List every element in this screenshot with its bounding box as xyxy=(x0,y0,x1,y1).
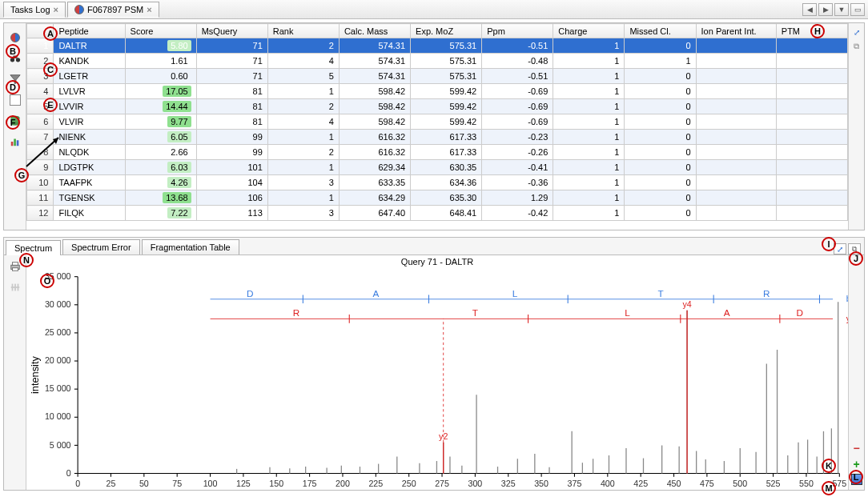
cell-ion-parent xyxy=(696,54,776,69)
annotation-N: N xyxy=(19,253,34,267)
cell-calc-mass: 598.42 xyxy=(339,84,410,99)
cell-ptm xyxy=(776,130,847,145)
svg-text:175: 175 xyxy=(303,479,317,488)
svg-text:150: 150 xyxy=(269,479,283,488)
tab-next-button[interactable]: ▶ xyxy=(818,3,833,16)
cell-ppm: -0.42 xyxy=(482,206,553,221)
spectrum-svg: 05 00010 00015 00020 00025 00030 00035 0… xyxy=(26,268,848,497)
cell-charge: 1 xyxy=(553,84,625,99)
close-icon[interactable]: × xyxy=(54,5,58,14)
cell-msquery: 81 xyxy=(196,84,267,99)
settings-icon[interactable] xyxy=(9,281,22,294)
svg-rect-11 xyxy=(12,263,18,266)
spectrum-chart[interactable]: Query 71 - DALTR 05 00010 00015 00020 00… xyxy=(26,255,848,490)
table-row[interactable]: 11TGENSK13.681061634.29635.301.2910 xyxy=(27,190,848,206)
svg-text:R: R xyxy=(763,288,770,299)
cell-ion-parent xyxy=(696,69,776,84)
close-icon[interactable]: × xyxy=(147,5,151,14)
cell-ion-parent xyxy=(696,38,776,54)
psm-table[interactable]: Peptide Score MsQuery Rank Calc. Mass Ex… xyxy=(26,23,848,221)
snap-out-icon[interactable]: ⧉ xyxy=(854,42,859,51)
tab-tasks-log[interactable]: Tasks Log × xyxy=(3,2,66,18)
table-row[interactable]: 7NIENK6.05991616.32617.33-0.2310 xyxy=(27,130,848,145)
svg-rect-16 xyxy=(17,284,18,291)
col-ppm[interactable]: Ppm xyxy=(482,24,553,38)
tab-spectrum[interactable]: Spectrum xyxy=(6,240,61,255)
tab-minimize-button[interactable]: ▭ xyxy=(850,3,865,16)
svg-text:100: 100 xyxy=(203,479,218,488)
cell-score: 4.26 xyxy=(125,175,196,190)
cell-rank: 1 xyxy=(267,190,339,206)
cell-ion-parent xyxy=(696,145,776,160)
cell-score: 1.61 xyxy=(125,54,196,69)
chart-title: Query 71 - DALTR xyxy=(26,255,848,267)
table-row[interactable]: 2KANDK1.61714574.31575.31-0.4811 xyxy=(27,54,848,69)
col-ion-parent-int[interactable]: Ion Parent Int. xyxy=(696,24,776,38)
bar-chart-icon[interactable] xyxy=(9,135,22,148)
cell-missed: 0 xyxy=(625,206,696,221)
cell-ptm xyxy=(776,114,847,130)
annotation-B: B xyxy=(6,44,20,58)
col-peptide[interactable]: Peptide xyxy=(54,24,125,38)
svg-rect-14 xyxy=(11,284,13,291)
table-row[interactable]: 1DALTR5.80712574.31575.31-0.5110 xyxy=(27,38,848,54)
cell-ion-parent xyxy=(696,130,776,145)
table-row[interactable]: 4LVLVR17.05811598.42599.42-0.6910 xyxy=(27,84,848,99)
svg-text:T: T xyxy=(657,288,663,299)
svg-text:A: A xyxy=(372,288,379,299)
table-row[interactable]: 10TAAFPK4.261043633.35634.36-0.3610 xyxy=(27,175,848,190)
col-charge[interactable]: Charge xyxy=(553,24,625,38)
tab-psm[interactable]: F067897 PSM × xyxy=(67,2,159,18)
cell-msquery: 99 xyxy=(196,130,267,145)
cell-score: 13.68 xyxy=(125,190,196,206)
psm-table-panel: Peptide Score MsQuery Rank Calc. Mass Ex… xyxy=(3,22,865,230)
tab-fragmentation-table[interactable]: Fragmentation Table xyxy=(142,239,239,255)
expand-icon[interactable]: ⤢ xyxy=(854,28,860,37)
table-row[interactable]: 3LGETR0.60715574.31575.31-0.5110 xyxy=(27,69,848,84)
circle-half-icon[interactable] xyxy=(9,31,22,44)
table-row[interactable]: 6VLVIR9.77814598.42599.42-0.6910 xyxy=(27,114,848,130)
annotation-H: H xyxy=(810,24,825,38)
cell-msquery: 99 xyxy=(196,145,267,160)
cell-exp-moz: 648.41 xyxy=(411,206,482,221)
cell-ptm xyxy=(776,190,847,206)
svg-text:25 000: 25 000 xyxy=(45,327,71,337)
cell-msquery: 71 xyxy=(196,54,267,69)
col-missed-cl[interactable]: Missed Cl. xyxy=(625,24,696,38)
col-msquery[interactable]: MsQuery xyxy=(196,24,267,38)
table-row[interactable]: 12FILQK7.221133647.40648.41-0.4210 xyxy=(27,206,848,221)
zoom-out-icon[interactable]: − xyxy=(853,442,859,455)
svg-marker-157 xyxy=(53,138,58,144)
cell-exp-moz: 617.33 xyxy=(411,130,482,145)
zoom-in-icon[interactable]: + xyxy=(853,458,859,471)
table-row[interactable]: 9LDGTPK6.031011629.34630.35-0.4110 xyxy=(27,160,848,175)
svg-text:25: 25 xyxy=(106,479,116,488)
cell-rank: 1 xyxy=(267,160,339,175)
tab-dropdown-button[interactable]: ▼ xyxy=(834,3,849,16)
cell-ion-parent xyxy=(696,84,776,99)
cell-calc-mass: 598.42 xyxy=(339,99,410,114)
document-icon[interactable] xyxy=(9,94,22,106)
col-score[interactable]: Score xyxy=(125,24,196,38)
table-row[interactable]: 8NLQDK2.66992616.32617.33-0.2610 xyxy=(27,145,848,160)
cell-msquery: 71 xyxy=(196,69,267,84)
col-calc-mass[interactable]: Calc. Mass xyxy=(339,24,410,38)
cell-charge: 1 xyxy=(553,114,625,130)
cell-peptide: TGENSK xyxy=(54,190,125,206)
cell-rank: 1 xyxy=(267,84,339,99)
col-exp-moz[interactable]: Exp. MoZ xyxy=(411,24,482,38)
cell-missed: 0 xyxy=(625,175,696,190)
table-row[interactable]: 5LVVIR14.44812598.42599.42-0.6910 xyxy=(27,99,848,114)
tab-prev-button[interactable]: ◀ xyxy=(802,3,817,16)
annotation-O: O xyxy=(40,274,54,288)
cell-calc-mass: 574.31 xyxy=(339,54,410,69)
cell-calc-mass: 634.29 xyxy=(339,190,410,206)
cell-missed: 0 xyxy=(625,190,696,206)
cell-charge: 1 xyxy=(553,99,625,114)
cell-ptm xyxy=(776,175,847,190)
col-rank[interactable]: Rank xyxy=(267,24,339,38)
cell-calc-mass: 574.31 xyxy=(339,38,410,54)
annotation-F: F xyxy=(6,115,20,130)
cell-score: 17.05 xyxy=(125,84,196,99)
tab-spectrum-error[interactable]: Spectrum Error xyxy=(62,239,140,255)
